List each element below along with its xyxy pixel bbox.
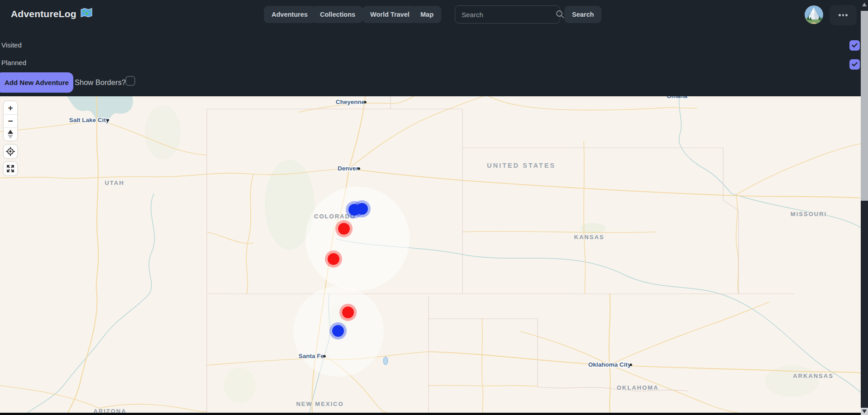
search-button[interactable]: Search bbox=[564, 6, 601, 23]
state-label: ARIZONA bbox=[93, 408, 126, 413]
fullscreen-icon bbox=[5, 164, 15, 174]
nav-world-travel[interactable]: World Travel bbox=[362, 6, 417, 23]
compass-north-icon bbox=[8, 130, 13, 134]
city-label: Cheyenne bbox=[336, 99, 365, 105]
scrollbar-down-arrow-icon bbox=[862, 410, 867, 413]
search-input[interactable] bbox=[455, 11, 555, 19]
page-bottom-strip bbox=[0, 413, 861, 415]
zoom-out-button[interactable]: − bbox=[4, 114, 17, 127]
compass-button[interactable] bbox=[4, 127, 17, 141]
avatar[interactable] bbox=[805, 5, 823, 24]
map-base-layer: UTAHCOLORADOUNITED STATESKANSASMISSOURIN… bbox=[0, 96, 861, 413]
city-dot bbox=[630, 363, 632, 366]
show-borders-label: Show Borders? bbox=[75, 78, 126, 87]
city-label: Denver bbox=[338, 165, 359, 172]
map-emoji-icon bbox=[81, 8, 92, 20]
navbar: AdventureLog Adventures Collections Worl… bbox=[0, 0, 861, 29]
scrollbar-thumb[interactable] bbox=[861, 11, 868, 201]
geolocate-icon bbox=[5, 146, 15, 156]
check-icon bbox=[851, 42, 858, 49]
scrollbar[interactable] bbox=[861, 0, 868, 415]
ellipsis-icon bbox=[839, 14, 841, 16]
city-label: Santa Fe bbox=[299, 353, 324, 359]
magnifier-icon bbox=[555, 9, 565, 19]
geolocate-button[interactable] bbox=[4, 145, 17, 158]
planned-label: Planned bbox=[1, 59, 26, 66]
city-dot bbox=[323, 355, 326, 358]
state-label: MISSOURI bbox=[791, 211, 827, 217]
map-marker-blue[interactable] bbox=[346, 201, 363, 218]
fullscreen-button[interactable] bbox=[4, 162, 17, 175]
brand-logo[interactable]: AdventureLog bbox=[11, 8, 92, 20]
state-label: UNITED STATES bbox=[487, 162, 556, 169]
planned-checkbox[interactable] bbox=[849, 59, 860, 70]
city-label: Salt Lake City bbox=[69, 117, 110, 123]
state-label: OKLAHOMA bbox=[617, 384, 659, 391]
add-new-adventure-button[interactable]: Add New Adventure bbox=[0, 72, 73, 93]
scrollbar-down-button[interactable] bbox=[861, 408, 868, 415]
map-canvas[interactable]: UTAHCOLORADOUNITED STATESKANSASMISSOURIN… bbox=[0, 96, 861, 413]
state-label: ARKANSAS bbox=[793, 373, 834, 379]
state-label: UTAH bbox=[105, 179, 124, 186]
search-box bbox=[455, 5, 560, 24]
city-dot bbox=[106, 119, 109, 122]
map-zoom-controls: + − bbox=[4, 101, 17, 141]
city-dot bbox=[358, 167, 360, 170]
zoom-in-button[interactable]: + bbox=[4, 101, 17, 114]
map-marker-red[interactable] bbox=[335, 220, 353, 237]
more-menu-button[interactable] bbox=[830, 5, 857, 25]
nav-map[interactable]: Map bbox=[413, 6, 441, 23]
state-label: KANSAS bbox=[574, 234, 605, 241]
state-label: NEW MEXICO bbox=[296, 401, 343, 407]
nav-adventures[interactable]: Adventures bbox=[264, 6, 315, 23]
map-marker-red[interactable] bbox=[339, 304, 357, 321]
city-dot bbox=[364, 101, 367, 104]
visited-label: Visited bbox=[1, 41, 22, 49]
visited-checkbox[interactable] bbox=[849, 40, 860, 51]
city-label: Oklahoma City bbox=[588, 361, 631, 368]
scrollbar-up-arrow-icon[interactable] bbox=[862, 3, 867, 6]
map-marker-blue[interactable] bbox=[329, 322, 347, 340]
show-borders-checkbox[interactable] bbox=[125, 76, 135, 86]
nav-collections[interactable]: Collections bbox=[312, 6, 363, 23]
check-icon bbox=[851, 61, 858, 68]
city-label: Omaha bbox=[667, 96, 687, 99]
map-marker-red[interactable] bbox=[325, 250, 342, 268]
brand-text: AdventureLog bbox=[11, 9, 76, 19]
compass-south-icon bbox=[8, 135, 13, 139]
